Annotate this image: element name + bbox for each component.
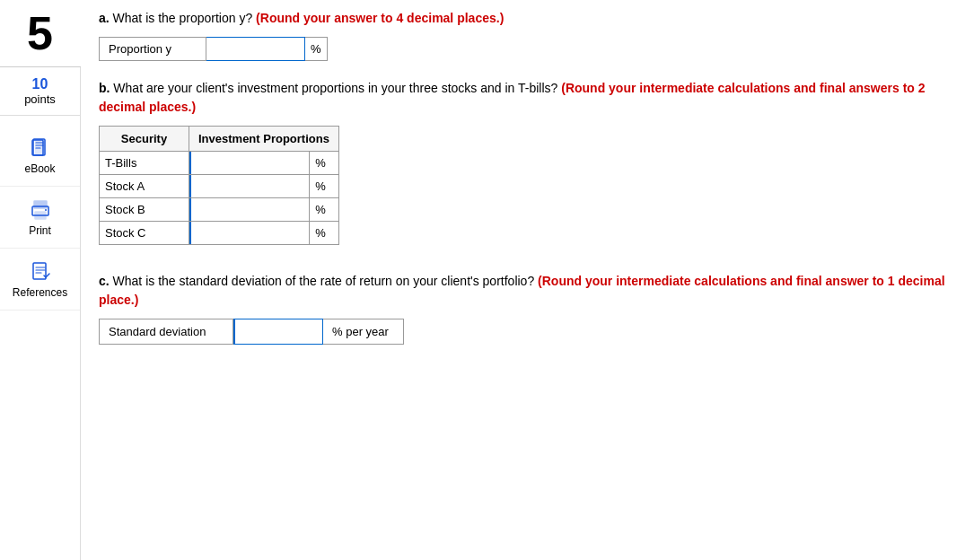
investment-input-cell bbox=[189, 198, 310, 222]
part-a-suffix: (Round your answer to 4 decimal places.) bbox=[256, 11, 504, 25]
part-a-question: a. What is the proportion y? (Round your… bbox=[99, 9, 956, 28]
investment-unit-cell: % bbox=[310, 222, 339, 245]
table-row: T-Bills% bbox=[100, 152, 339, 175]
investment-unit-cell: % bbox=[310, 175, 339, 198]
print-label: Print bbox=[29, 224, 51, 237]
investment-input-cell bbox=[189, 175, 310, 198]
part-b: b. What are your client's investment pro… bbox=[99, 79, 956, 245]
sidebar-tool-references[interactable]: References bbox=[0, 249, 80, 311]
investment-unit-cell: % bbox=[310, 152, 339, 175]
part-c-prefix: c. bbox=[99, 274, 110, 288]
investment-input-t-bills[interactable] bbox=[189, 152, 279, 174]
svg-point-6 bbox=[45, 209, 47, 211]
proportion-y-input[interactable] bbox=[206, 37, 305, 61]
security-cell: T-Bills bbox=[100, 152, 189, 175]
references-icon bbox=[28, 259, 53, 284]
part-c: c. What is the standard deviation of the… bbox=[99, 272, 956, 345]
print-icon bbox=[28, 197, 53, 223]
security-cell: Stock C bbox=[100, 222, 189, 245]
points-section: 10 points bbox=[0, 67, 80, 116]
std-dev-row: Standard deviation % per year bbox=[99, 319, 956, 345]
investment-input-stock-c[interactable] bbox=[189, 222, 279, 244]
sidebar-tools: eBook Print bbox=[0, 116, 80, 311]
investment-input-cell bbox=[189, 152, 310, 175]
svg-rect-7 bbox=[33, 263, 46, 279]
part-a-text: What is the proportion y? bbox=[113, 11, 257, 25]
question-number: 5 bbox=[27, 10, 53, 57]
question-number-box: 5 bbox=[0, 0, 81, 67]
security-cell: Stock A bbox=[100, 175, 189, 198]
col-security: Security bbox=[100, 127, 189, 152]
ebook-label: eBook bbox=[24, 162, 55, 175]
investment-input-stock-a[interactable] bbox=[189, 175, 279, 197]
ebook-icon bbox=[28, 136, 53, 161]
svg-rect-3 bbox=[34, 201, 47, 208]
sidebar-tool-print[interactable]: Print bbox=[0, 187, 80, 249]
part-a: a. What is the proportion y? (Round your… bbox=[99, 9, 956, 61]
investment-input-cell bbox=[189, 222, 310, 245]
part-b-prefix: b. bbox=[99, 81, 110, 95]
sidebar-tool-ebook[interactable]: eBook bbox=[0, 125, 80, 187]
proportion-y-label: Proportion y bbox=[99, 37, 206, 61]
table-row: Stock A% bbox=[100, 175, 339, 198]
investment-unit-cell: % bbox=[310, 198, 339, 222]
points-label: points bbox=[0, 92, 80, 106]
part-b-text: What are your client's investment propor… bbox=[113, 81, 561, 95]
main-content: a. What is the proportion y? (Round your… bbox=[81, 0, 974, 560]
part-c-text: What is the standard deviation of the ra… bbox=[113, 274, 539, 288]
table-row: Stock B% bbox=[100, 198, 339, 222]
std-dev-label: Standard deviation bbox=[99, 319, 233, 345]
svg-rect-5 bbox=[35, 212, 46, 219]
table-row: Stock C% bbox=[100, 222, 339, 245]
part-a-input-row: Proportion y % bbox=[99, 37, 956, 61]
security-cell: Stock B bbox=[100, 198, 189, 222]
part-b-question: b. What are your client's investment pro… bbox=[99, 79, 956, 117]
std-dev-unit: % per year bbox=[323, 319, 404, 345]
col-investment: Investment Proportions bbox=[189, 127, 339, 152]
points-number: 10 bbox=[0, 76, 80, 92]
investment-input-stock-b[interactable] bbox=[189, 198, 279, 221]
part-c-question: c. What is the standard deviation of the… bbox=[99, 272, 956, 310]
investment-table: Security Investment Proportions T-Bills%… bbox=[99, 126, 339, 245]
proportion-y-unit: % bbox=[305, 37, 328, 61]
references-label: References bbox=[13, 286, 67, 299]
part-a-prefix: a. bbox=[99, 11, 110, 25]
sidebar: 5 10 points eBook bbox=[0, 0, 81, 560]
std-dev-input[interactable] bbox=[233, 319, 323, 345]
